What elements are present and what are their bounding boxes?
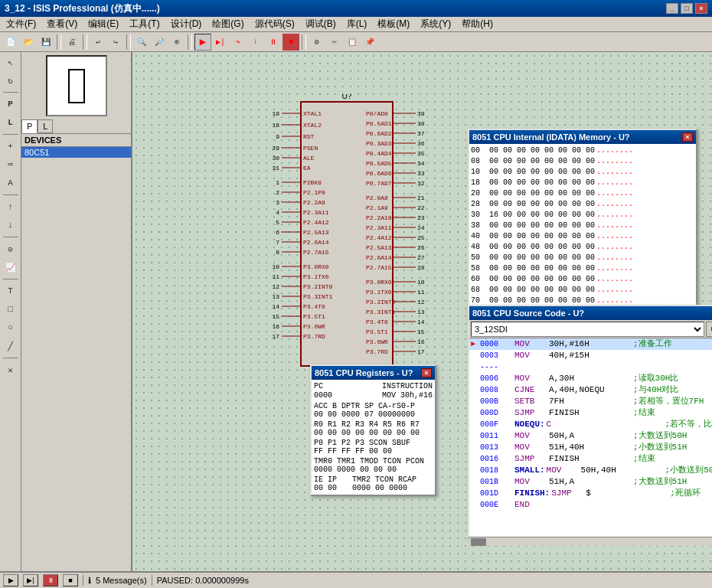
zoom-all-button[interactable]: ⊕ [168,34,185,51]
mem-addr: 40 [471,231,488,242]
open-button[interactable]: 📂 [20,34,37,51]
svg-text:P0.5AD5: P0.5AD5 [366,160,392,167]
menu-tools[interactable]: 工具(T) [125,17,164,31]
box-tool[interactable]: □ [2,301,19,318]
stop-button[interactable]: ■ [283,34,299,51]
menu-help[interactable]: 帮助(H) [457,17,498,31]
menu-debug[interactable]: 调试(B) [301,17,341,31]
reg-tmr0-value: 0000 0000 00 00 00 [314,466,397,474]
label-tool[interactable]: A [2,175,19,191]
menu-lib[interactable]: 库(L) [342,17,372,31]
circle-tool[interactable]: ○ [2,319,19,336]
source-line[interactable]: 000D SJMP FINISH ;结束 [469,407,712,419]
source-content[interactable]: ► 0000 MOV 30H,#16H ;准备工作 0003 MOV 40H,#… [469,338,712,537]
menu-system[interactable]: 系统(Y) [416,17,456,31]
source-title-text: 8051 CPU Source Code - U? [472,309,584,318]
step-over-button[interactable]: ↷ [230,34,247,51]
device-8051[interactable]: 80C51 [21,147,131,158]
svg-text:P3.5T1: P3.5T1 [366,328,388,335]
bus-tool[interactable]: ═ [2,156,19,173]
select-tool[interactable]: ↖ [2,54,19,70]
tab-l[interactable]: L [38,119,53,133]
source-line[interactable]: 0011 MOV 50H,A ;大数送到50H [469,430,712,442]
step-status-button[interactable]: ▶| [23,574,38,586]
probe-tool[interactable]: ⊙ [2,240,19,257]
source-line[interactable]: 0003 MOV 40H,#15H [469,350,712,361]
text-tool[interactable]: T [2,283,19,299]
marker-tool[interactable]: ✕ [2,361,19,378]
debug-btn2[interactable]: ✂ [326,34,343,51]
reg-dptr-value: 0000 07 [341,410,374,419]
source-line[interactable]: 0006 MOV A,30H ;读取30H比 [469,373,712,384]
mem-bytes: 00 00 00 00 00 00 00 00 [489,242,595,253]
source-line[interactable]: 0008 CJNE A,40H,NOEQU ;与40H对比 [469,384,712,396]
source-title[interactable]: 8051 CPU Source Code - U? × [469,306,712,320]
menu-draw[interactable]: 绘图(G) [207,17,248,31]
source-line[interactable]: 0013 MOV 51H,40H ;小数送到51H [469,442,712,453]
vcc-tool[interactable]: ↑ [2,198,19,215]
redo-button[interactable]: ↪ [107,34,124,51]
run-button[interactable]: ▶ [194,34,211,51]
memory-row: 08 00 00 00 00 00 00 00 00 ........ [471,156,694,167]
maximize-button[interactable]: □ [681,3,693,14]
undo-button[interactable]: ↩ [90,34,106,51]
source-line[interactable]: 001D FINISH: SJMP $ ;死循环 [469,488,712,499]
canvas-area[interactable]: U? 19 XTAL1 18 XTAL2 9 RST 29 PSEN [132,52,712,571]
line-tool[interactable]: ╱ [2,338,19,354]
menu-template[interactable]: 模板(M) [373,17,414,31]
source-line[interactable]: 0018 SMALL: MOV 50H,40H ;小数送到50H [469,465,712,476]
pause-status-button[interactable]: ⏸ [43,574,58,586]
tab-p[interactable]: P [21,119,38,133]
menu-edit[interactable]: 编辑(E) [83,17,123,31]
save-button[interactable]: 💾 [38,34,54,51]
source-line[interactable]: ► 0000 MOV 30H,#16H ;准备工作 [469,338,712,350]
source-line[interactable]: 000E END [469,499,712,511]
source-line[interactable]: 0016 SJMP FINISH ;结束 [469,453,712,465]
source-file-select[interactable]: 3_12SDI [471,322,704,337]
src-instr: MOV [514,338,549,350]
registers-title[interactable]: 8051 CPU Registers - U? × [312,366,435,380]
wire-tool[interactable]: + [2,138,19,155]
menu-design[interactable]: 设计(D) [166,17,207,31]
minimize-button[interactable]: _ [666,3,678,14]
source-line[interactable]: ---- [469,361,712,373]
zoom-in-button[interactable]: 🔍 [133,34,150,51]
src-label: SMALL: [514,465,545,476]
menu-view[interactable]: 查看(V) [42,17,82,31]
source-scrollbar[interactable] [469,537,712,546]
pause-button[interactable]: ⏸ [265,34,282,51]
svg-text:4: 4 [276,209,279,216]
print-button[interactable]: 🖨 [64,34,80,51]
gnd-tool[interactable]: ↓ [2,217,19,234]
debug-btn4[interactable]: 📌 [361,34,378,51]
source-line[interactable]: 000F NOEQU: C ;若不等，比较大小 [469,419,712,430]
svg-text:P2.4A12: P2.4A12 [366,234,392,241]
source-line[interactable]: 001B MOV 51H,A ;大数送到51H [469,476,712,488]
registers-close-button[interactable]: × [421,368,432,377]
stop-status-button[interactable]: ■ [63,574,78,586]
memory-close-button[interactable]: × [682,132,693,142]
step-into-button[interactable]: ↓ [247,34,264,51]
src-btn1[interactable]: ▶ [706,322,712,337]
src-instr: MOV [514,373,549,384]
menu-source[interactable]: 源代码(S) [250,17,299,31]
junction-tool[interactable]: L [2,114,19,131]
debug-btn1[interactable]: ⚙ [309,34,325,51]
new-button[interactable]: 📄 [2,34,19,51]
rotate-tool[interactable]: ↻ [2,72,19,89]
simulation-status: PAUSED: 0.000000999s [157,576,249,585]
close-button[interactable]: × [695,3,707,14]
graph-tool[interactable]: 📈 [2,259,19,276]
reg-p0-value: FF FF FF FF 00 00 [314,447,392,456]
zoom-out-button[interactable]: 🔎 [151,34,168,51]
debug-btn3[interactable]: 📋 [344,34,361,51]
step-button[interactable]: ▶| [212,34,229,51]
svg-text:P2.1A9: P2.1A9 [366,204,388,211]
menu-file[interactable]: 文件(F) [2,17,41,31]
play-button[interactable]: ▶ [3,574,18,586]
source-line[interactable]: 000B SETB 7FH ;若相等，置位7FH [469,396,712,407]
src-label: FINISH: [514,488,550,499]
memory-title[interactable]: 8051 CPU Internal (IDATA) Memory - U? × [469,130,696,144]
preview-chip [68,69,85,103]
component-tool[interactable]: P [2,96,19,113]
